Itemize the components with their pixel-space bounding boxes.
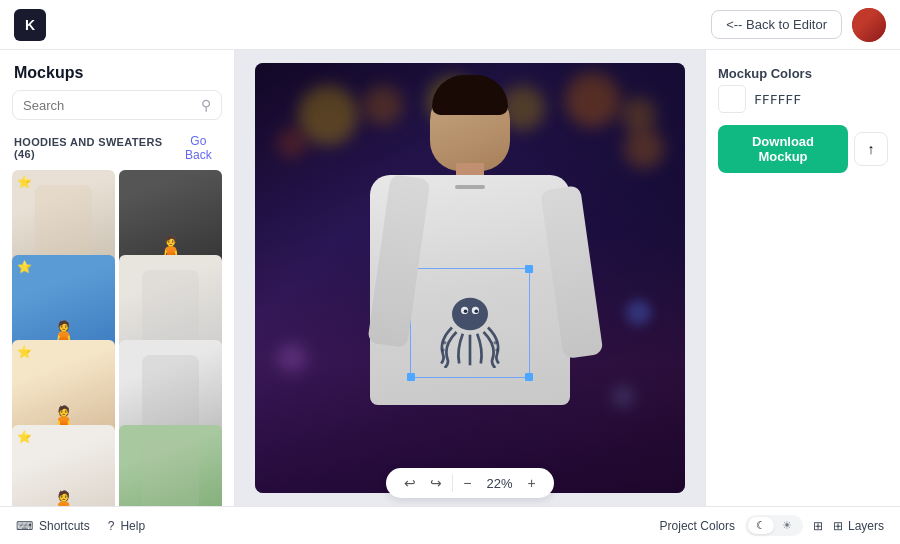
main-layout: Mockups ⚲ HOODIES AND SWEATERS (46) Go B… xyxy=(0,50,900,506)
search-input[interactable] xyxy=(23,98,195,113)
share-button[interactable]: ↑ xyxy=(854,132,888,166)
download-row: Download Mockup ↑ xyxy=(718,125,888,173)
sidebar: Mockups ⚲ HOODIES AND SWEATERS (46) Go B… xyxy=(0,50,235,506)
theme-toggle: ☾ ☀ xyxy=(745,515,803,536)
panel-section-title: Mockup Colors xyxy=(718,66,888,81)
toggle-light[interactable]: ☀ xyxy=(774,517,800,534)
star-badge: ⭐ xyxy=(17,260,32,274)
list-item[interactable]: 🧍 ⭐ xyxy=(12,425,115,506)
keyboard-icon: ⌨ xyxy=(16,519,33,533)
topbar: K <-- Back to Editor xyxy=(0,0,900,50)
toolbar-divider xyxy=(452,474,453,492)
design-selection-box xyxy=(410,268,530,378)
thumb-hoodie xyxy=(142,440,199,506)
back-to-editor-button[interactable]: <-- Back to Editor xyxy=(711,10,842,39)
avatar[interactable] xyxy=(852,8,886,42)
star-badge: ⭐ xyxy=(17,430,32,444)
star-badge: ⭐ xyxy=(17,175,32,189)
category-header: HOODIES AND SWEATERS (46) Go Back xyxy=(0,130,234,170)
right-panel: Mockup Colors FFFFFF Download Mockup ↑ xyxy=(705,50,900,506)
sidebar-title: Mockups xyxy=(0,50,234,90)
help-item[interactable]: ? Help xyxy=(108,519,145,533)
undo-button[interactable]: ↩ xyxy=(400,473,420,493)
thumb-hoodie xyxy=(142,355,199,427)
bottombar: ⌨ Shortcuts ? Help Project Colors ☾ ☀ ⊞ … xyxy=(0,506,900,544)
search-icon: ⚲ xyxy=(201,97,211,113)
layers-icon: ⊞ xyxy=(833,519,843,533)
bb-right: Project Colors ☾ ☀ ⊞ ⊞ Layers xyxy=(660,515,884,536)
topbar-right: <-- Back to Editor xyxy=(711,8,886,42)
thumb-inner xyxy=(119,425,222,506)
star-badge: ⭐ xyxy=(17,345,32,359)
list-item[interactable] xyxy=(119,425,222,506)
svg-point-3 xyxy=(464,310,468,314)
shortcuts-item[interactable]: ⌨ Shortcuts xyxy=(16,519,90,533)
svg-point-7 xyxy=(493,341,497,345)
project-colors-label: Project Colors xyxy=(660,519,735,533)
download-mockup-button[interactable]: Download Mockup xyxy=(718,125,848,173)
model-figure xyxy=(255,63,685,493)
mockup-grid: ⭐ 🧍 🧍 ⭐ 🧍 ⭐ xyxy=(0,170,234,506)
zoom-in-button[interactable]: + xyxy=(524,473,540,493)
upload-icon: ↑ xyxy=(868,141,875,157)
go-back-button[interactable]: Go Back xyxy=(177,134,220,162)
toggle-dark[interactable]: ☾ xyxy=(748,517,774,534)
svg-point-8 xyxy=(495,348,499,352)
handle-tr[interactable] xyxy=(525,265,533,273)
color-swatch[interactable] xyxy=(718,85,746,113)
drawstring xyxy=(455,185,485,189)
logo: K xyxy=(14,9,46,41)
thumb-hoodie xyxy=(35,185,92,257)
layers-icon: ⊞ xyxy=(813,519,823,533)
help-icon: ? xyxy=(108,519,115,533)
octopus-design xyxy=(425,278,515,368)
svg-point-0 xyxy=(452,298,488,330)
color-row: FFFFFF xyxy=(718,85,888,113)
canvas-area: ↩ ↪ − 22% + xyxy=(235,50,705,506)
layers-icon-group: ⊞ xyxy=(813,519,823,533)
mockup-colors-section: Mockup Colors FFFFFF xyxy=(718,66,888,113)
color-label: FFFFFF xyxy=(754,92,801,107)
model-hair xyxy=(432,75,508,115)
redo-button[interactable]: ↪ xyxy=(426,473,446,493)
svg-point-5 xyxy=(443,341,447,345)
svg-point-4 xyxy=(475,310,479,314)
zoom-value: 22% xyxy=(482,476,518,491)
canvas-toolbar: ↩ ↪ − 22% + xyxy=(386,468,553,498)
svg-point-6 xyxy=(441,348,445,352)
bb-left: ⌨ Shortcuts ? Help xyxy=(16,519,145,533)
mockup-preview xyxy=(255,63,685,493)
search-bar: ⚲ xyxy=(12,90,222,120)
zoom-out-button[interactable]: − xyxy=(459,473,475,493)
thumb-hoodie xyxy=(142,270,199,342)
category-label: HOODIES AND SWEATERS (46) xyxy=(14,136,177,160)
layers-button[interactable]: ⊞ Layers xyxy=(833,519,884,533)
avatar-image xyxy=(852,8,886,42)
